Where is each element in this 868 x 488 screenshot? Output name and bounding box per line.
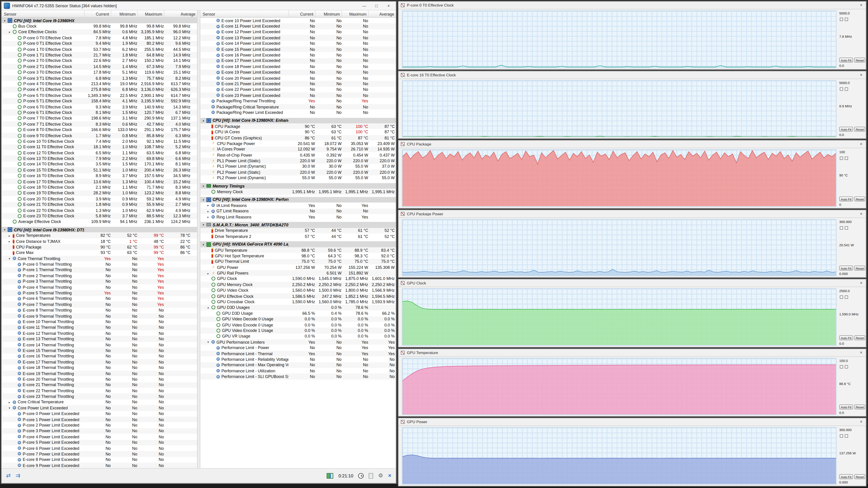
graph-titlebar[interactable]: CPU Package Power×: [399, 210, 866, 218]
sensor-row[interactable]: P-core 0 T0 Effective Clock7.8 MHz4.8 MH…: [2, 35, 197, 41]
sensor-list-right[interactable]: E-core 10 Power Limit ExceededNoNoNoE-co…: [200, 18, 396, 468]
sensor-row[interactable]: P-core 6 T0 Effective Clock9.3 MHz3.9 MH…: [2, 104, 197, 109]
reset-button[interactable]: Reset: [854, 57, 866, 62]
sensor-row[interactable]: ▾GPU Performance LimitersYesNoYesYes: [200, 339, 396, 345]
column-header-sensor[interactable]: Sensor: [2, 11, 84, 17]
sensor-row[interactable]: E-core 10 T0 Effective Clock7.4 MHz2.0 M…: [2, 138, 197, 144]
sensor-row[interactable]: E-core 15 T0 Effective Clock51.1 MHz1.0 …: [2, 167, 197, 173]
graph-close-button[interactable]: ×: [859, 72, 864, 77]
sensor-row[interactable]: PL1 Power Limit (Dynamic)30.0 W30.0 W55.…: [200, 164, 396, 169]
sensor-row[interactable]: P-core 1 Power Limit ExceededNoNoNo: [2, 417, 197, 422]
sensor-row[interactable]: P-core 4 T1 Effective Clock275.8 MHz6.8 …: [2, 87, 197, 92]
sensor-row[interactable]: E-core 22 T0 Effective Clock1.3 MHz1.0 M…: [2, 207, 197, 213]
sensors-icon[interactable]: [327, 473, 333, 479]
sensor-row[interactable]: GPU Hot Spot Temperature98.0 °C64.3 °C98…: [200, 253, 396, 259]
sensor-row[interactable]: P-core 7 Power Limit ExceededNoNoNo: [2, 451, 197, 457]
sensor-section-row[interactable]: ▾CPU [#0]: Intel Core i9-13980HX: Perfor…: [200, 197, 396, 202]
sensor-row[interactable]: E-core 20 Power Limit ExceededNoNoNo: [200, 75, 396, 81]
sensor-row[interactable]: E-core 12 T0 Effective Clock6.5 MHz1.1 M…: [2, 150, 197, 156]
tree-expanded-icon[interactable]: ▾: [202, 119, 205, 122]
sensor-row[interactable]: P-core 2 Power Limit ExceededNoNoNo: [2, 422, 197, 428]
sensor-row[interactable]: Package/Ring Critical TemperatureNoNoNo: [200, 104, 396, 109]
sensor-row[interactable]: E-core 10 Thermal ThrottlingNoNoNo: [2, 319, 197, 324]
sensor-row[interactable]: Performance Limit - ThermalYesNoYesYes: [200, 351, 396, 356]
sensor-row[interactable]: ▾GPU D3D Usages0.0 %78.6 %: [200, 305, 396, 311]
sensor-row[interactable]: E-core 14 T0 Effective Clock3.5 MHz1.5 M…: [2, 162, 197, 167]
sensor-row[interactable]: ▸IA Limit ReasonsYesNoYes: [200, 203, 396, 208]
sensor-row[interactable]: E-core 11 Power Limit ExceededNoNoNo: [200, 24, 396, 29]
sensor-row[interactable]: CPU GT Cores (Graphics)86 °C61 °C87 °C81…: [200, 135, 396, 140]
sensor-row[interactable]: GPU Effective Clock1,586.5 MHz247.2 MHz1…: [200, 293, 396, 299]
graph-titlebar[interactable]: GPU Clock×: [399, 280, 866, 287]
sensor-section-row[interactable]: ▾CPU [#0]: Intel Core i9-13980HX: [2, 18, 197, 23]
sensor-row[interactable]: ▾Core Effective Clocks84.5 MHz0.6 MHz3,1…: [2, 29, 197, 35]
sensor-row[interactable]: CPU Package90 °C62 °C99 °C86 °C: [2, 244, 197, 250]
reset-button[interactable]: Reset: [854, 474, 866, 479]
column-header-average[interactable]: Average: [164, 11, 197, 17]
sensor-row[interactable]: P-core 3 Power Limit ExceededNoNoNo: [2, 428, 197, 434]
sensor-list-left[interactable]: ▾CPU [#0]: Intel Core i9-13980HXBus Cloc…: [2, 18, 197, 468]
sensor-row[interactable]: Drive Temperature 257 °C44 °C61 °C52 °C: [200, 234, 396, 239]
sensor-row[interactable]: E-core 12 Power Limit ExceededNoNoNo: [200, 29, 396, 35]
tree-expanded-icon[interactable]: ▾: [8, 406, 11, 410]
sensor-prev-button[interactable]: ⇄: [6, 471, 11, 480]
reset-button[interactable]: Reset: [854, 196, 866, 201]
sensor-row[interactable]: P-core 6 T1 Effective Clock8.1 MHz1.5 MH…: [2, 110, 197, 116]
settings-gear-icon[interactable]: ⚙: [378, 473, 383, 479]
graph-checkbox-2[interactable]: [845, 87, 848, 91]
sensor-row[interactable]: E-core 12 Thermal ThrottlingNoNoNo: [2, 330, 197, 336]
sensor-row[interactable]: E-core 16 Thermal ThrottlingNoNoNo: [2, 353, 197, 359]
sensor-row[interactable]: P-core 4 Power Limit ExceededNoNoNo: [2, 434, 197, 440]
column-header-current[interactable]: Current: [288, 11, 315, 17]
sensor-row[interactable]: Performance Limit - UtilizationNoNoNoNo: [200, 368, 396, 374]
sensor-row[interactable]: PL2 Power Limit (Static)220.0 W220.0 W22…: [200, 169, 396, 175]
sensor-row[interactable]: E-core 22 Power Limit ExceededNoNoNo: [200, 87, 396, 92]
sensor-row[interactable]: E-core 19 Power Limit ExceededNoNoNo: [200, 69, 396, 75]
tree-expanded-icon[interactable]: ▾: [202, 223, 205, 227]
tree-collapsed-icon[interactable]: ▸: [206, 204, 210, 207]
sensor-row[interactable]: P-core 6 Power Limit ExceededNoNoNo: [2, 445, 197, 451]
graph-checkbox-1[interactable]: [840, 18, 843, 21]
close-button[interactable]: ×: [383, 3, 394, 8]
auto-fit-button[interactable]: Auto Fit: [839, 404, 853, 410]
sensor-row[interactable]: E-core 14 Thermal ThrottlingNoNoNo: [2, 342, 197, 348]
sensor-row[interactable]: E-core 14 Power Limit ExceededNoNoNo: [200, 41, 396, 46]
tree-expanded-icon[interactable]: ▾: [202, 198, 205, 201]
sensor-row[interactable]: P-core 7 T0 Effective Clock198.6 MHz3.1 …: [2, 116, 197, 121]
minimize-button[interactable]: —: [359, 3, 369, 8]
sensor-row[interactable]: P-core 5 T1 Effective Clock158.4 MHz4.1 …: [2, 98, 197, 104]
sensor-row[interactable]: ▾Core Power Limit ExceededNoNoNo: [2, 405, 197, 411]
sensor-row[interactable]: E-core 8 Power Limit ExceededNoNoNo: [2, 457, 197, 462]
sensor-row[interactable]: E-core 23 Power Limit ExceededNoNoNo: [200, 92, 396, 98]
sensor-row[interactable]: P-core 5 Power Limit ExceededNoNoNo: [2, 440, 197, 445]
sensor-section-row[interactable]: ▾GPU [#0]: NVIDIA GeForce RTX 4090 Lapto…: [200, 241, 396, 247]
auto-fit-button[interactable]: Auto Fit: [839, 57, 853, 62]
sensor-section-row[interactable]: ▾Memory Timings: [200, 183, 396, 189]
sensor-row[interactable]: E-core 13 Thermal ThrottlingNoNoNo: [2, 336, 197, 342]
tree-expanded-icon[interactable]: ▾: [3, 228, 6, 232]
sensor-row[interactable]: E-core 23 T0 Effective Clock5.8 MHz3.7 M…: [2, 213, 197, 219]
column-header-maximum[interactable]: Maximum: [342, 11, 368, 17]
sensor-row[interactable]: E-core 21 T0 Effective Clock1.8 MHz0.9 M…: [2, 202, 197, 207]
sensor-row[interactable]: ▸Core Temperatures82 °C52 °C99 °C78 °C: [2, 233, 197, 238]
sensor-row[interactable]: Rest-of-Chip Power0.435 W0.392 W0.454 W0…: [200, 152, 396, 158]
auto-fit-button[interactable]: Auto Fit: [839, 196, 853, 201]
sensor-row[interactable]: P-core 2 T1 Effective Clock14.5 MHz1.4 M…: [2, 64, 197, 69]
sensor-row[interactable]: ▸Ring Limit ReasonsYesNoYes: [200, 214, 396, 220]
graph-checkbox-1[interactable]: [840, 157, 843, 160]
sensor-row[interactable]: GPU Temperature88.8 °C59.6 °C88.9 °C83.4…: [200, 247, 396, 253]
sensor-row[interactable]: P-core 3 T1 Effective Clock6.8 MHz1.3 MH…: [2, 75, 197, 81]
graph-titlebar[interactable]: E-core 16 T0 Effective Clock×: [399, 71, 866, 79]
graph-checkbox-2[interactable]: [845, 435, 848, 438]
sensor-row[interactable]: PL2 Power Limit (Dynamic)55.0 W55.0 W55.…: [200, 175, 396, 181]
tree-collapsed-icon[interactable]: ▸: [206, 271, 210, 275]
panel-splitter[interactable]: [197, 11, 200, 468]
sensor-row[interactable]: E-core 16 T0 Effective Clock8.9 MHz3.7 M…: [2, 173, 197, 178]
sensor-row[interactable]: P-core 6 Thermal ThrottlingNoNoYes: [2, 296, 197, 302]
graph-checkbox-2[interactable]: [845, 365, 848, 368]
column-header-current[interactable]: Current: [84, 11, 111, 17]
sensor-row[interactable]: ▸Core Distance to TJMAX18 °C1 °C48 °C22 …: [2, 238, 197, 244]
report-icon[interactable]: [369, 473, 373, 479]
column-header-minimum[interactable]: Minimum: [315, 11, 342, 17]
sensor-row[interactable]: P-core 5 T0 Effective Clock1,349.3 MHz22…: [2, 92, 197, 98]
